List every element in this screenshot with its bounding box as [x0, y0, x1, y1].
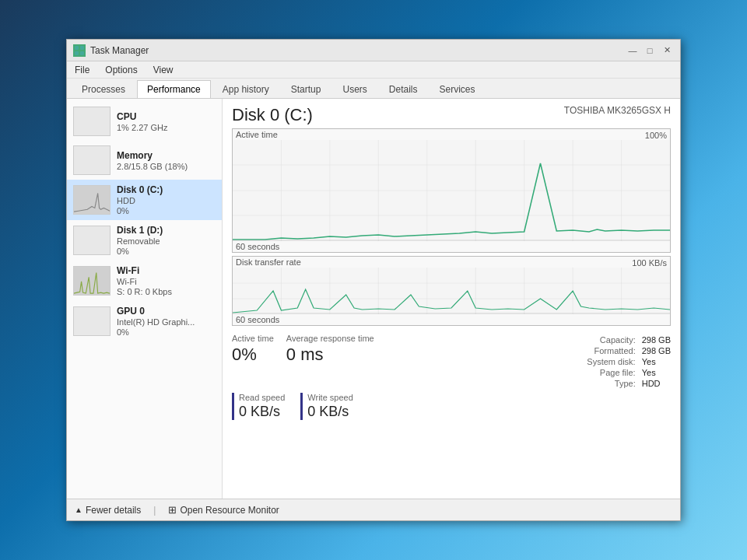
- active-time-label: Active time: [233, 128, 281, 141]
- transfer-rate-svg: [233, 268, 670, 314]
- svg-rect-2: [75, 51, 79, 55]
- gpu0-sub1: Intel(R) HD Graphi...: [117, 317, 195, 327]
- svg-rect-8: [74, 267, 110, 295]
- wifi-thumb: [73, 266, 110, 296]
- chart2-seconds: 60 seconds: [233, 314, 282, 326]
- memory-info: Memory 2.8/15.8 GB (18%): [117, 150, 188, 171]
- disk1-info: Disk 1 (D:) Removable 0%: [117, 225, 163, 256]
- disk1-pct: 0%: [117, 247, 163, 256]
- svg-rect-0: [75, 46, 79, 50]
- svg-rect-4: [74, 107, 110, 135]
- system-disk-key: System disk:: [587, 357, 635, 366]
- svg-rect-5: [74, 146, 110, 174]
- memory-sub: 2.8/15.8 GB (18%): [117, 162, 188, 171]
- system-disk-val: Yes: [642, 357, 671, 366]
- wifi-label: Wi-Fi: [117, 265, 172, 276]
- formatted-val: 298 GB: [642, 346, 671, 355]
- gpu0-thumb: [73, 306, 110, 336]
- wifi-pct: S: 0 R: 0 Kbps: [117, 287, 172, 296]
- disk-info-block: Capacity: 298 GB Formatted: 298 GB Syste…: [587, 334, 671, 388]
- disk1-sub1: Removable: [117, 236, 163, 246]
- disk0-sub1: HDD: [117, 196, 163, 205]
- avg-response-value: 0 ms: [286, 345, 374, 365]
- page-file-val: Yes: [642, 368, 671, 377]
- tab-users[interactable]: Users: [332, 80, 377, 98]
- formatted-key: Formatted:: [587, 346, 635, 355]
- svg-rect-9: [74, 307, 110, 335]
- gpu0-info: GPU 0 Intel(R) HD Graphi... 0%: [117, 306, 195, 337]
- chart2-kblabel: 100 KB/s: [632, 258, 667, 268]
- svg-rect-1: [80, 46, 84, 50]
- capacity-val: 298 GB: [642, 335, 671, 345]
- cpu-label: CPU: [117, 111, 167, 122]
- avg-response-stat: Average response time 0 ms: [286, 334, 374, 388]
- tab-services[interactable]: Services: [430, 80, 486, 98]
- sidebar-item-gpu0[interactable]: GPU 0 Intel(R) HD Graphi... 0%: [67, 301, 222, 341]
- active-time-svg: [233, 140, 670, 241]
- read-speed-value: 0 KB/s: [239, 404, 285, 420]
- gpu0-pct: 0%: [117, 327, 195, 337]
- svg-rect-6: [74, 186, 110, 214]
- title-bar: Task Manager — □ ✕: [67, 40, 680, 61]
- sidebar-item-cpu[interactable]: CPU 1% 2.27 GHz: [67, 102, 222, 141]
- type-key: Type:: [587, 379, 635, 388]
- cpu-sub: 1% 2.27 GHz: [117, 123, 167, 132]
- bottom-bar: ▲ Fewer details | ⊞ Open Resource Monito…: [67, 499, 680, 520]
- minimize-button[interactable]: —: [626, 44, 640, 58]
- read-speed-label: Read speed: [239, 393, 285, 402]
- transfer-rate-chart: Disk transfer rate 100 KB/s: [232, 256, 671, 326]
- chevron-up-icon: ▲: [75, 506, 82, 514]
- monitor-icon: ⊞: [168, 504, 177, 516]
- transfer-rate-label: Disk transfer rate: [233, 256, 304, 268]
- sidebar-item-wifi[interactable]: Wi-Fi Wi-Fi S: 0 R: 0 Kbps: [67, 261, 222, 301]
- memory-label: Memory: [117, 150, 188, 161]
- menu-options[interactable]: Options: [102, 63, 140, 77]
- disk-header: Disk 0 (C:) TOSHIBA MK3265GSX H: [232, 105, 671, 125]
- window-controls: — □ ✕: [626, 44, 674, 58]
- tab-bar: Processes Performance App history Startu…: [67, 79, 680, 99]
- active-time-stat-value: 0%: [232, 345, 274, 365]
- sidebar-item-disk0[interactable]: Disk 0 (C:) HDD 0%: [67, 180, 222, 220]
- tab-details[interactable]: Details: [379, 80, 428, 98]
- main-panel: Disk 0 (C:) TOSHIBA MK3265GSX H Active t…: [223, 99, 680, 499]
- svg-rect-3: [80, 51, 84, 55]
- maximize-button[interactable]: □: [643, 44, 657, 58]
- memory-thumb: [73, 145, 110, 175]
- wifi-info: Wi-Fi Wi-Fi S: 0 R: 0 Kbps: [117, 265, 172, 296]
- tab-app-history[interactable]: App history: [212, 80, 279, 98]
- speed-row: Read speed 0 KB/s Write speed 0 KB/s: [232, 393, 671, 420]
- disk-title: Disk 0 (C:): [232, 105, 313, 125]
- disk0-label: Disk 0 (C:): [117, 184, 163, 195]
- open-monitor-button[interactable]: ⊞ Open Resource Monitor: [168, 504, 279, 516]
- active-time-chart: Active time 100%: [232, 128, 671, 253]
- write-speed-value: 0 KB/s: [307, 404, 353, 420]
- menu-view[interactable]: View: [150, 63, 177, 77]
- wifi-sub1: Wi-Fi: [117, 277, 172, 286]
- svg-rect-7: [74, 226, 110, 254]
- page-file-key: Page file:: [587, 368, 635, 377]
- sidebar-item-disk1[interactable]: Disk 1 (D:) Removable 0%: [67, 220, 222, 261]
- tab-processes[interactable]: Processes: [72, 80, 135, 98]
- title-bar-left: Task Manager: [73, 44, 149, 57]
- chart1-seconds: 60 seconds: [233, 241, 282, 253]
- close-button[interactable]: ✕: [660, 44, 674, 58]
- fewer-details-label: Fewer details: [86, 505, 141, 516]
- sidebar-item-memory[interactable]: Memory 2.8/15.8 GB (18%): [67, 141, 222, 180]
- avg-response-label: Average response time: [286, 334, 374, 343]
- stats-row: Active time 0% Average response time 0 m…: [232, 334, 671, 388]
- menu-file[interactable]: File: [72, 63, 93, 77]
- app-icon: [73, 44, 86, 57]
- tab-startup[interactable]: Startup: [281, 80, 331, 98]
- capacity-key: Capacity:: [587, 335, 635, 345]
- window-title: Task Manager: [90, 45, 149, 56]
- write-speed-stat: Write speed 0 KB/s: [300, 393, 353, 420]
- task-manager-window: Task Manager — □ ✕ File Options View Pro…: [66, 39, 681, 521]
- disk-model: TOSHIBA MK3265GSX H: [564, 105, 671, 116]
- type-val: HDD: [642, 379, 671, 388]
- fewer-details-button[interactable]: ▲ Fewer details: [75, 505, 141, 516]
- write-speed-label: Write speed: [307, 393, 353, 402]
- active-time-stat-label: Active time: [232, 334, 274, 343]
- tab-performance[interactable]: Performance: [137, 80, 211, 98]
- active-time-stat: Active time 0%: [232, 334, 274, 388]
- content-area: CPU 1% 2.27 GHz Memory 2.8/15.8 GB (18%): [67, 99, 680, 499]
